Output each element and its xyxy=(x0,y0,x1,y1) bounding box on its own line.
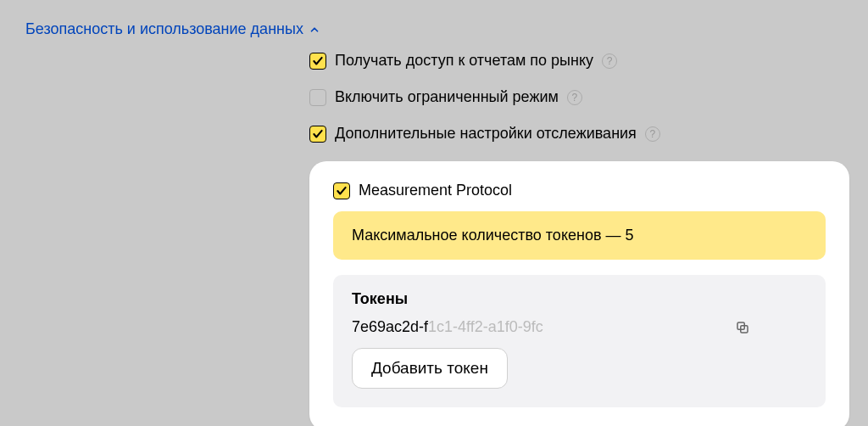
checkbox-market-reports[interactable] xyxy=(309,53,326,70)
help-icon[interactable]: ? xyxy=(602,53,617,69)
tokens-box: Токены 7e69ac2d-f1c1-4ff2-a1f0-9fc Добав… xyxy=(333,275,826,407)
tokens-title: Токены xyxy=(352,290,807,308)
add-token-button[interactable]: Добавить токен xyxy=(352,348,508,389)
copy-icon[interactable] xyxy=(735,320,750,335)
option-measurement-protocol: Measurement Protocol xyxy=(333,182,826,199)
option-label: Включить ограниченный режим xyxy=(335,88,559,106)
option-limited-mode: Включить ограниченный режим ? xyxy=(309,88,851,106)
chevron-up-icon xyxy=(309,24,320,36)
help-icon[interactable]: ? xyxy=(567,90,582,105)
option-label: Получать доступ к отчетам по рынку xyxy=(335,52,593,70)
token-value: 7e69ac2d-f1c1-4ff2-a1f0-9fc xyxy=(352,318,543,336)
option-tracking-settings: Дополнительные настройки отслеживания ? xyxy=(309,125,851,143)
option-label: Дополнительные настройки отслеживания xyxy=(335,125,637,143)
tokens-limit-notice: Максимальное количество токенов — 5 xyxy=(333,211,826,260)
help-icon[interactable]: ? xyxy=(645,126,660,142)
checkbox-measurement-protocol[interactable] xyxy=(333,182,350,199)
token-row: 7e69ac2d-f1c1-4ff2-a1f0-9fc xyxy=(352,318,750,336)
checkbox-tracking-settings[interactable] xyxy=(309,126,326,143)
option-label: Measurement Protocol xyxy=(359,182,512,199)
checkbox-limited-mode[interactable] xyxy=(309,89,326,106)
option-market-reports: Получать доступ к отчетам по рынку ? xyxy=(309,52,851,70)
measurement-protocol-panel: Measurement Protocol Максимальное количе… xyxy=(309,161,849,426)
section-header-security[interactable]: Безопасность и использование данных xyxy=(0,0,320,52)
section-title: Безопасность и использование данных xyxy=(25,20,303,38)
